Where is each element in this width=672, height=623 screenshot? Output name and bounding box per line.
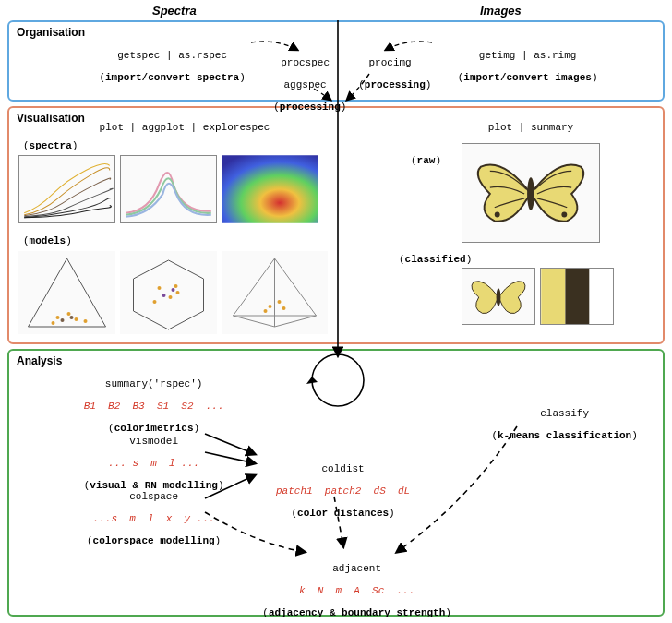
svg-rect-0 xyxy=(222,155,318,223)
svg-point-8 xyxy=(70,316,74,319)
desc-adjacent: adjacency & boundary strength xyxy=(269,607,445,618)
vis-images-fn: plot | summary xyxy=(452,122,609,133)
plot-model-tetra xyxy=(222,251,328,334)
svg-point-5 xyxy=(52,321,55,325)
desc-classify: k-means classification xyxy=(498,430,631,441)
svg-line-20 xyxy=(275,316,317,327)
desc-procimg: processing xyxy=(365,79,426,90)
svg-marker-1 xyxy=(29,258,106,327)
svg-point-6 xyxy=(84,319,88,323)
svg-point-10 xyxy=(158,286,162,290)
svg-rect-31 xyxy=(590,269,613,324)
fn-aggspec: aggspec xyxy=(283,79,326,90)
svg-point-16 xyxy=(172,288,175,292)
vars-summary: B1 B2 B3 S1 S2 ... xyxy=(84,401,224,412)
fn-getimg: getimg | as.rimg xyxy=(479,50,577,61)
svg-point-25 xyxy=(527,177,534,210)
desc-procspec: processing xyxy=(280,102,341,113)
svg-point-27 xyxy=(561,212,567,218)
vis-classified-lbl: (classified) xyxy=(399,254,472,265)
fn-colspace: colspace xyxy=(129,491,178,502)
plot-spectra-bands xyxy=(120,155,217,223)
svg-point-21 xyxy=(269,305,272,308)
section-title-org: Organisation xyxy=(17,26,85,39)
header-images: Images xyxy=(480,4,522,18)
plot-heatmap xyxy=(222,155,318,223)
image-palette-classified xyxy=(540,268,614,325)
svg-point-3 xyxy=(67,312,71,316)
svg-point-23 xyxy=(264,309,268,313)
svg-rect-29 xyxy=(541,269,565,324)
block-coldist: coldist patch1 patch2 dS dL (color dista… xyxy=(249,452,425,519)
svg-point-13 xyxy=(153,300,157,304)
vis-raw-lbl: (raw) xyxy=(411,155,441,166)
image-butterfly-classified xyxy=(462,268,535,325)
fn-adjacent: adjacent xyxy=(332,563,381,574)
block-colspace: colspace ...s m l x y ... (colorspace mo… xyxy=(55,480,240,546)
fn-classify: classify xyxy=(540,408,589,419)
svg-point-15 xyxy=(162,294,166,297)
block-procspec: procspec aggspec (processing) xyxy=(261,46,337,113)
svg-point-4 xyxy=(75,317,78,321)
svg-point-24 xyxy=(282,306,286,310)
block-getspec: getspec | as.rspec (import/convert spect… xyxy=(74,39,258,83)
vis-spectra-fn: plot | aggplot | explorespec xyxy=(78,122,291,133)
svg-rect-30 xyxy=(565,269,589,324)
fn-procspec: procspec xyxy=(281,57,330,68)
block-adjacent: adjacent k N m A Sc ... (adjacency & bou… xyxy=(249,552,452,618)
fn-vismodel: vismodel xyxy=(129,436,178,447)
fn-procimg: procimg xyxy=(368,57,411,68)
desc-coldist: color distances xyxy=(297,508,389,519)
fn-coldist: coldist xyxy=(321,463,364,474)
plot-spectra-lines xyxy=(18,155,115,223)
vars-coldist: patch1 patch2 dS dL xyxy=(276,485,410,497)
block-classify: classify (k-means classification) xyxy=(466,397,651,441)
svg-point-2 xyxy=(56,316,60,319)
fn-getspec: getspec | as.rspec xyxy=(117,50,227,61)
desc-getimg: import/convert images xyxy=(463,72,592,83)
svg-line-19 xyxy=(234,316,275,327)
section-title-vis: Visualisation xyxy=(17,112,85,125)
desc-colspace: colorspace modelling xyxy=(93,535,215,546)
svg-point-22 xyxy=(278,300,282,304)
section-title-an: Analysis xyxy=(17,354,62,367)
vars-adjacent: k N m A Sc ... xyxy=(299,585,414,596)
desc-getspec: import/convert spectra xyxy=(105,72,239,83)
vis-models-lbl: (models) xyxy=(23,235,72,246)
plot-model-hexagon xyxy=(120,251,217,334)
vis-spectra-lbl: (spectra) xyxy=(23,140,78,151)
svg-point-26 xyxy=(495,212,500,218)
block-procimg: procimg (processing) xyxy=(346,46,422,90)
header-spectra: Spectra xyxy=(152,4,197,18)
svg-marker-9 xyxy=(134,260,204,329)
svg-point-14 xyxy=(174,284,178,288)
fn-summary: summary('rspec') xyxy=(105,378,203,389)
image-butterfly-raw xyxy=(462,143,600,243)
svg-point-28 xyxy=(497,288,501,306)
vars-colspace: ...s m l x y ... xyxy=(93,513,215,524)
plot-model-triangle xyxy=(18,251,115,334)
svg-point-11 xyxy=(169,295,173,299)
block-getimg: getimg | as.rimg (import/convert images) xyxy=(429,39,614,83)
svg-point-12 xyxy=(176,291,180,294)
svg-point-7 xyxy=(61,318,65,322)
vars-vismodel: ... s m l ... xyxy=(108,458,199,469)
